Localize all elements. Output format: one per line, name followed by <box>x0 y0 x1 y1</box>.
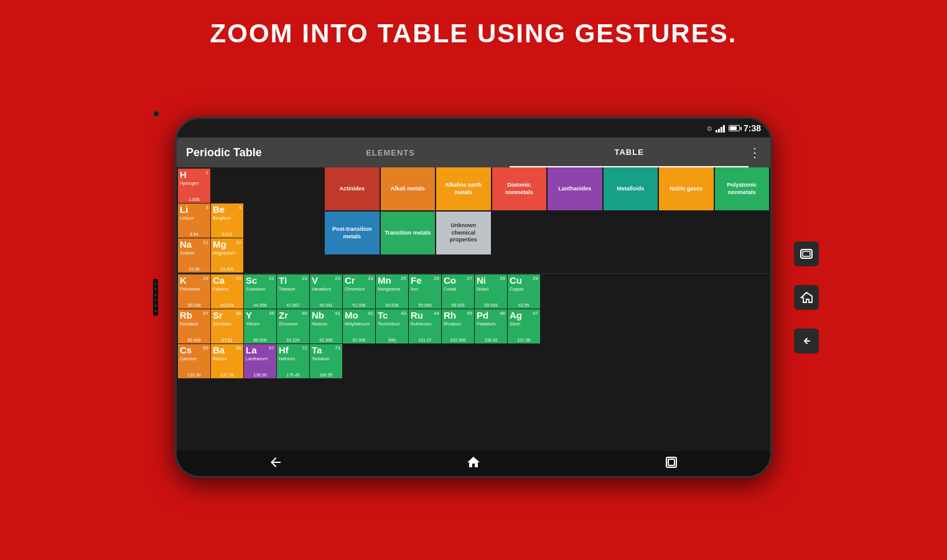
element-Pd[interactable]: Pd 46 Palladium 106.42 <box>475 309 507 343</box>
element-Ca[interactable]: Ca 20 Calcium 40.078 <box>211 274 243 309</box>
element-Rh[interactable]: Rh 45 Rhodium 102.906 <box>442 309 474 343</box>
element-Mo[interactable]: Mo 42 Molybdenum 92.906 <box>343 309 375 343</box>
back-button[interactable] <box>268 455 283 473</box>
element-Hf[interactable]: Hf 72 Hafnium 178.49 <box>277 344 309 378</box>
page-title: ZOOM INTO TABLE USING GESTURES. <box>210 19 737 49</box>
element-Tc[interactable]: Tc 43 Technetium [98] <box>376 309 408 343</box>
settings-icon: ⊙ <box>707 125 712 132</box>
element-Ru[interactable]: Ru 44 Ruthenium 101.07 <box>409 309 441 343</box>
recents-side-button[interactable] <box>794 241 819 266</box>
element-row-4: K 19 Potassium 39.098 Ca 20 Calcium 40.0… <box>178 274 769 309</box>
element-Fe[interactable]: Fe 26 Iron 55.845 <box>409 274 441 309</box>
legend-transition[interactable]: Transition metals <box>381 212 436 254</box>
recents-button[interactable] <box>664 455 679 473</box>
status-icons: ⊙ 7:38 <box>707 123 761 133</box>
element-Cs[interactable]: Cs 55 Caesium 132.90 <box>178 344 210 378</box>
element-Sc[interactable]: Sc 21 Scandium 44.956 <box>244 274 276 309</box>
menu-button[interactable]: ⋮ <box>749 145 761 160</box>
element-V[interactable]: V 23 Vanadium 50.941 <box>310 274 342 309</box>
power-button[interactable] <box>770 200 772 237</box>
home-button[interactable] <box>466 455 481 473</box>
legend-grid: Actinides Alkali metals Alkaline earth m… <box>325 167 769 254</box>
element-Zr[interactable]: Zr 40 Zirconium 91.224 <box>277 309 309 343</box>
element-Nb[interactable]: Nb 41 Niobium 92.906 <box>310 309 342 343</box>
element-Sr[interactable]: Sr 38 Strontium 87.62 <box>211 309 243 343</box>
camera-dot <box>153 111 159 117</box>
tab-table[interactable]: TABLE <box>510 138 749 167</box>
element-Cr[interactable]: Cr 24 Chromium 51.996 <box>343 274 375 309</box>
legend-diatomic[interactable]: Diatomic nonmetals <box>492 167 547 210</box>
element-Ni[interactable]: Ni 28 Nickel 58.693 <box>475 274 507 309</box>
element-row-6: Cs 55 Caesium 132.90 Ba 56 Barium 137.33… <box>178 344 769 378</box>
status-bar: ⊙ 7:38 <box>177 119 770 138</box>
element-row-5: Rb 37 Rubidium 85.468 Sr 38 Strontium 87… <box>178 309 769 343</box>
legend-noble-gases[interactable]: Noble gases <box>659 167 714 210</box>
periodic-table-container: Actinides Alkali metals Alkaline earth m… <box>177 167 770 472</box>
element-Be[interactable]: Be 4 Beryllium 9.012 <box>211 203 243 238</box>
volume-up-button[interactable] <box>175 194 177 218</box>
svg-rect-3 <box>803 251 810 256</box>
headphone-jack <box>449 117 498 119</box>
element-Mn[interactable]: Mn 25 Manganese 54.938 <box>376 274 408 309</box>
signal-icon <box>716 124 725 133</box>
element-Cu[interactable]: Cu 29 Copper 63.55 <box>508 274 540 309</box>
battery-icon <box>729 125 740 131</box>
element-Rb[interactable]: Rb 37 Rubidium 85.468 <box>178 309 210 343</box>
legend-lanthanides[interactable]: Lanthanides <box>548 167 602 210</box>
speaker-grille <box>153 279 158 316</box>
app-title: Periodic Table <box>186 146 262 159</box>
legend-empty <box>492 212 547 254</box>
element-Ag[interactable]: Ag 47 Silver 107.86 <box>508 309 540 343</box>
element-La[interactable]: La 57 Lanthanum 138.90 <box>244 344 276 378</box>
phone-wrapper: ⊙ 7:38 Periodic Table ELEMENTS <box>162 61 785 534</box>
element-Mg[interactable]: Mg 12 Magnesium 24.305 <box>211 238 243 273</box>
element-Na[interactable]: Na 11 Sodium 22.99 <box>178 238 210 273</box>
tab-elements[interactable]: ELEMENTS <box>271 138 510 167</box>
status-time: 7:38 <box>744 123 761 133</box>
element-Co[interactable]: Co 27 Cobalt 58.933 <box>442 274 474 309</box>
element-Ta[interactable]: Ta 73 Tantalum 180.95 <box>310 344 342 378</box>
legend-unknown[interactable]: Unknown chemical properties <box>436 212 491 254</box>
legend-metalloids[interactable]: Metalloids <box>604 167 658 210</box>
legend-actinides[interactable]: Actinides <box>325 167 380 210</box>
legend-post-transition[interactable]: Post-transition metals <box>325 212 380 254</box>
tab-bar: ELEMENTS TABLE <box>271 138 749 167</box>
phone-side-nav <box>794 241 819 353</box>
legend-alkaline-earth[interactable]: Alkaline earth metals <box>436 167 491 210</box>
element-Ba[interactable]: Ba 56 Barium 137.33 <box>211 344 243 378</box>
element-Li[interactable]: Li 3 Lithium 6.94 <box>178 203 210 238</box>
phone-body: ⊙ 7:38 Periodic Table ELEMENTS <box>175 117 772 478</box>
element-Ti[interactable]: Ti 22 Titanium 47.867 <box>277 274 309 309</box>
phone-nav-bar <box>177 451 770 476</box>
element-K[interactable]: K 19 Potassium 39.098 <box>178 274 210 309</box>
element-H[interactable]: H 1 Hydrogen 1.008 <box>178 169 210 203</box>
element-Y[interactable]: Y 39 Yttrium 88.906 <box>244 309 276 343</box>
legend-polyatomic[interactable]: Polyatomic nonmetals <box>715 167 770 210</box>
back-side-button[interactable] <box>794 329 819 353</box>
app-bar: Periodic Table ELEMENTS TABLE ⋮ <box>177 138 770 167</box>
home-side-button[interactable] <box>794 285 819 310</box>
legend-alkali-metals[interactable]: Alkali metals <box>381 167 436 210</box>
svg-rect-1 <box>668 459 674 465</box>
volume-down-button[interactable] <box>175 225 177 250</box>
